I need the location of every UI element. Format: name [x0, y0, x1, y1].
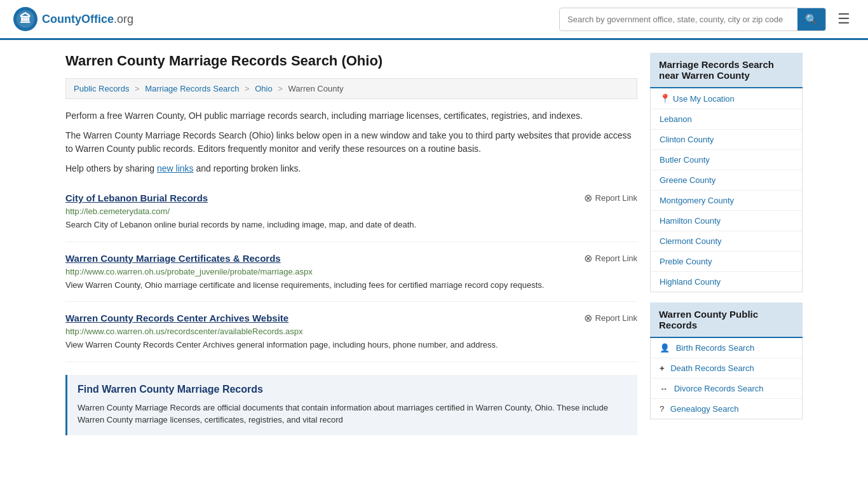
new-links-link[interactable]: new links	[157, 163, 194, 173]
genealogy-icon: ?	[660, 404, 664, 414]
breadcrumb-marriage-records[interactable]: Marriage Records Search	[145, 84, 239, 93]
breadcrumb-warren-county: Warren County	[288, 84, 344, 93]
report-link-btn-2[interactable]: ⊗ Report Link	[584, 252, 637, 264]
sidebar-public-records-section: Warren County Public Records 👤 Birth Rec…	[650, 302, 803, 419]
record-url-1: http://leb.cemeterydata.com/	[65, 207, 637, 216]
description-2: The Warren County Marriage Records Searc…	[65, 129, 637, 156]
description-1: Perform a free Warren County, OH public …	[65, 109, 637, 123]
sidebar-item-genealogy[interactable]: ? Genealogy Search	[651, 399, 802, 419]
find-section-desc: Warren County Marriage Records are offic…	[78, 402, 627, 426]
sidebar-public-records-header: Warren County Public Records	[650, 302, 803, 338]
record-entry-2: Warren County Marriage Certificates & Re…	[65, 242, 637, 302]
report-icon-2: ⊗	[584, 252, 592, 264]
sidebar-item-greene-county[interactable]: Greene County	[651, 170, 802, 191]
header-right: 🔍 ☰	[559, 8, 855, 31]
divorce-icon: ↔	[660, 384, 668, 393]
sidebar-nearby-section: Marriage Records Search near Warren Coun…	[650, 53, 803, 292]
sidebar-item-hamilton-county[interactable]: Hamilton County	[651, 211, 802, 231]
sidebar-item-clinton-county[interactable]: Clinton County	[651, 130, 802, 150]
report-icon-3: ⊗	[584, 312, 592, 324]
sidebar: Marriage Records Search near Warren Coun…	[650, 53, 803, 435]
birth-icon: 👤	[660, 343, 670, 353]
sidebar-item-montgomery-county[interactable]: Montgomery County	[651, 191, 802, 211]
breadcrumb-ohio[interactable]: Ohio	[255, 84, 272, 93]
logo-icon: 🏛	[13, 6, 38, 32]
find-section-title: Find Warren County Marriage Records	[78, 384, 627, 395]
sidebar-public-records-list: 👤 Birth Records Search + Death Records S…	[650, 338, 803, 419]
logo-text: CountyOffice.org	[42, 13, 133, 26]
sidebar-item-highland-county[interactable]: Highland County	[651, 272, 802, 292]
use-my-location-link[interactable]: Use My Location	[673, 94, 735, 104]
record-title-1[interactable]: City of Lebanon Burial Records	[65, 193, 208, 203]
death-icon: +	[660, 363, 665, 373]
record-desc-1: Search City of Lebanon online burial rec…	[65, 219, 637, 231]
menu-button[interactable]: ☰	[832, 8, 855, 30]
sidebar-item-preble-county[interactable]: Preble County	[651, 252, 802, 272]
site-header: 🏛 CountyOffice.org 🔍 ☰	[0, 0, 868, 40]
sidebar-item-butler-county[interactable]: Butler County	[651, 150, 802, 170]
record-desc-3: View Warren County Records Center Archiv…	[65, 339, 637, 351]
sidebar-item-divorce-records[interactable]: ↔ Divorce Records Search	[651, 379, 802, 399]
breadcrumb-public-records[interactable]: Public Records	[74, 84, 129, 93]
find-section: Find Warren County Marriage Records Warr…	[65, 375, 637, 435]
logo-area: 🏛 CountyOffice.org	[13, 6, 133, 32]
report-icon-1: ⊗	[584, 192, 592, 204]
search-button[interactable]: 🔍	[797, 8, 825, 30]
location-dot-icon: 📍	[660, 93, 670, 104]
report-link-btn-1[interactable]: ⊗ Report Link	[584, 192, 637, 204]
sidebar-nearby-list: 📍 Use My Location Lebanon Clinton County…	[650, 88, 803, 292]
search-bar: 🔍	[559, 8, 826, 31]
page-title: Warren County Marriage Records Search (O…	[65, 53, 637, 69]
main-container: Warren County Marriage Records Search (O…	[53, 40, 815, 448]
record-title-3[interactable]: Warren County Records Center Archives We…	[65, 313, 288, 323]
sidebar-item-lebanon[interactable]: Lebanon	[651, 109, 802, 130]
record-url-2: http://www.co.warren.oh.us/probate_juven…	[65, 267, 637, 276]
content-area: Warren County Marriage Records Search (O…	[65, 53, 637, 435]
record-url-3: http://www.co.warren.oh.us/recordscenter…	[65, 327, 637, 336]
report-link-btn-3[interactable]: ⊗ Report Link	[584, 312, 637, 324]
sidebar-use-location[interactable]: 📍 Use My Location	[651, 88, 802, 109]
record-title-2[interactable]: Warren County Marriage Certificates & Re…	[65, 253, 281, 264]
record-entry-1: City of Lebanon Burial Records ⊗ Report …	[65, 182, 637, 242]
breadcrumb: Public Records > Marriage Records Search…	[65, 78, 637, 99]
description-3: Help others by sharing new links and rep…	[65, 162, 637, 175]
sidebar-nearby-header: Marriage Records Search near Warren Coun…	[650, 53, 803, 88]
sidebar-item-death-records[interactable]: + Death Records Search	[651, 358, 802, 379]
record-desc-2: View Warren County, Ohio marriage certif…	[65, 279, 637, 292]
record-entry-3: Warren County Records Center Archives We…	[65, 302, 637, 362]
sidebar-item-birth-records[interactable]: 👤 Birth Records Search	[651, 338, 802, 358]
sidebar-item-clermont-county[interactable]: Clermont County	[651, 231, 802, 252]
svg-text:🏛: 🏛	[20, 12, 31, 25]
search-input[interactable]	[560, 10, 797, 29]
